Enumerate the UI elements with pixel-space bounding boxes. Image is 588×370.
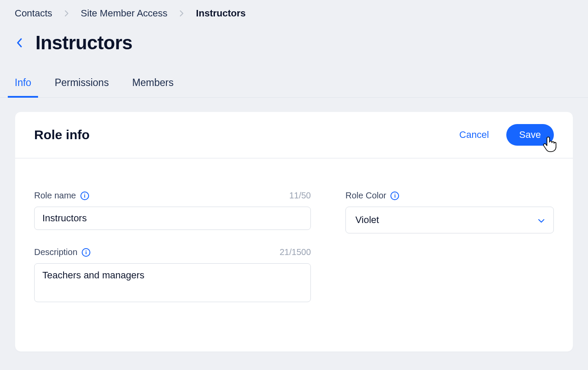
breadcrumb-item-contacts[interactable]: Contacts: [15, 8, 52, 19]
breadcrumb-item-current: Instructors: [196, 8, 246, 19]
info-icon[interactable]: i: [82, 248, 90, 257]
role-info-card: Role info Cancel Save Role name i 11/50: [15, 112, 573, 352]
role-color-select[interactable]: Violet: [345, 207, 554, 233]
left-column: Role name i 11/50 Description i 21/1500: [34, 191, 311, 321]
card-actions: Cancel Save: [459, 124, 554, 146]
role-color-label: Role Color i: [345, 191, 399, 201]
description-label: Description i: [34, 247, 90, 257]
chevron-right-icon: [64, 10, 69, 17]
role-name-label: Role name i: [34, 191, 89, 201]
card-heading: Role info: [34, 128, 89, 142]
breadcrumb-item-site-member-access[interactable]: Site Member Access: [81, 8, 168, 19]
back-button[interactable]: [15, 38, 24, 48]
cancel-button[interactable]: Cancel: [459, 129, 489, 140]
info-icon[interactable]: i: [390, 191, 399, 200]
info-icon[interactable]: i: [80, 191, 89, 200]
role-name-input[interactable]: [34, 207, 311, 230]
card-body: Role name i 11/50 Description i 21/1500: [15, 159, 573, 351]
breadcrumb: Contacts Site Member Access Instructors: [0, 8, 588, 19]
role-color-field: Role Color i Violet: [345, 191, 554, 233]
tab-members[interactable]: Members: [132, 77, 174, 97]
role-name-field: Role name i 11/50: [34, 191, 311, 230]
card-header: Role info Cancel Save: [15, 112, 573, 159]
description-field: Description i 21/1500: [34, 247, 311, 304]
tab-permissions[interactable]: Permissions: [54, 77, 109, 97]
chevron-right-icon: [179, 10, 184, 17]
page-title-row: Instructors: [0, 19, 588, 54]
page-title: Instructors: [35, 32, 132, 54]
role-color-value: Violet: [355, 214, 379, 226]
tab-info[interactable]: Info: [15, 77, 31, 97]
right-column: Role Color i Violet: [345, 191, 554, 321]
role-name-counter: 11/50: [289, 191, 311, 201]
tabs: Info Permissions Members: [0, 54, 588, 98]
description-counter: 21/1500: [280, 247, 311, 257]
chevron-down-icon: [538, 214, 545, 226]
save-button[interactable]: Save: [506, 124, 554, 146]
description-input[interactable]: [34, 263, 311, 302]
